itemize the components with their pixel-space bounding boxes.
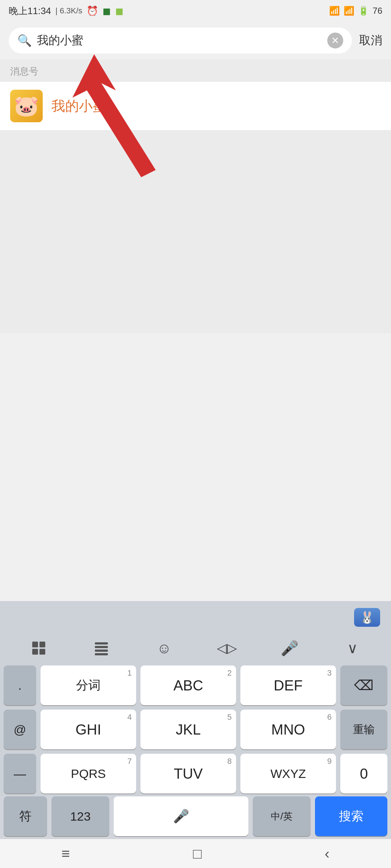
key-mno[interactable]: 6 MNO xyxy=(240,710,336,749)
key-space[interactable]: 🎤 xyxy=(114,796,248,836)
key-search[interactable]: 搜索 xyxy=(315,796,387,836)
left-special-col: . @ — xyxy=(4,665,36,793)
key-lang[interactable]: 中/英 xyxy=(253,796,311,836)
nav-menu-button[interactable]: ≡ xyxy=(62,846,70,862)
switch-cursor-btn[interactable]: ◁▷ xyxy=(213,637,241,659)
nav-home-button[interactable]: □ xyxy=(193,846,202,862)
app-icon-1: ◼ xyxy=(102,5,111,17)
key-fensi[interactable]: 1 分词 xyxy=(41,665,136,705)
svg-rect-7 xyxy=(95,650,108,652)
svg-rect-1 xyxy=(32,642,38,647)
battery-icon: 🔋 xyxy=(358,6,369,16)
keyboard-switch-row: ☺ ◁▷ 🎤 ∨ xyxy=(0,634,391,663)
bottom-key-row: 符 123 🎤 中/英 搜索 xyxy=(0,796,391,839)
key-def[interactable]: 3 DEF xyxy=(240,665,336,705)
svg-rect-5 xyxy=(95,642,108,644)
keyboard-keys: . @ — 1 分词 2 ABC 3 xyxy=(0,663,391,796)
nav-bar: ≡ □ ‹ xyxy=(0,839,391,868)
svg-rect-8 xyxy=(95,653,108,655)
svg-rect-2 xyxy=(39,642,45,647)
keyboard-container: 🐰 ☺ ◁▷ 🎤 xyxy=(0,601,391,839)
clear-button[interactable]: ✕ xyxy=(327,33,343,48)
app-icon-2: ◼ xyxy=(115,5,123,17)
key-wxyz[interactable]: 9 WXYZ xyxy=(240,754,336,793)
switch-collapse-btn[interactable]: ∨ xyxy=(338,637,367,659)
switch-grid-btn[interactable] xyxy=(24,637,53,659)
switch-voice-btn[interactable]: 🎤 xyxy=(275,637,304,659)
status-left: 晚上11:34 | 6.3K/s ⏰ ◼ ◼ xyxy=(9,5,123,17)
keyboard-theme-icon[interactable]: 🐰 xyxy=(354,608,380,627)
result-name: 我的小蜜 xyxy=(51,97,106,115)
key-row-1: . @ — 1 分词 2 ABC 3 xyxy=(4,665,387,793)
key-backspace[interactable]: ⌫ xyxy=(340,665,387,705)
search-bar-container: 🔍 我的小蜜 ✕ 取消 xyxy=(0,22,391,59)
empty-area xyxy=(0,131,391,333)
cancel-button[interactable]: 取消 xyxy=(359,33,382,48)
key-dot[interactable]: . xyxy=(4,665,36,705)
nav-back-button[interactable]: ‹ xyxy=(325,846,329,862)
switch-emoji-btn[interactable]: ☺ xyxy=(150,637,178,659)
wifi-icon: 📶 xyxy=(344,6,354,16)
key-ghi[interactable]: 4 GHI xyxy=(41,710,136,749)
key-dash[interactable]: — xyxy=(4,754,36,793)
key-at[interactable]: @ xyxy=(4,710,36,749)
key-jkl[interactable]: 5 JKL xyxy=(140,710,236,749)
svg-rect-4 xyxy=(39,649,45,655)
key-reenter[interactable]: 重输 xyxy=(340,710,387,749)
key-123[interactable]: 123 xyxy=(51,796,109,836)
battery-level: 76 xyxy=(373,6,382,16)
search-input-wrapper[interactable]: 🔍 我的小蜜 ✕ xyxy=(9,27,352,54)
status-time: 晚上11:34 xyxy=(9,5,51,17)
key-row-main-2: 4 GHI 5 JKL 6 MNO xyxy=(41,710,336,749)
status-speed: | 6.3K/s xyxy=(55,6,82,16)
search-input[interactable]: 我的小蜜 xyxy=(37,33,322,48)
status-bar: 晚上11:34 | 6.3K/s ⏰ ◼ ◼ 📶 📶 🔋 76 xyxy=(0,0,391,22)
status-right: 📶 📶 🔋 76 xyxy=(329,6,382,16)
svg-rect-3 xyxy=(32,649,38,655)
switch-full-btn[interactable] xyxy=(87,637,116,659)
signal-icon: 📶 xyxy=(329,6,340,16)
key-zero[interactable]: 0 xyxy=(340,754,387,793)
avatar: 🐷 xyxy=(10,90,43,122)
key-sym[interactable]: 符 xyxy=(4,796,47,836)
category-label: 消息号 xyxy=(0,59,391,81)
key-row-main-3: 7 PQRS 8 TUV 9 WXYZ xyxy=(41,754,336,793)
svg-rect-6 xyxy=(95,646,108,648)
alarm-icon: ⏰ xyxy=(87,5,98,17)
list-item[interactable]: 🐷 我的小蜜 xyxy=(0,82,391,130)
keyboard-toolbar: 🐰 xyxy=(0,601,391,634)
key-pqrs[interactable]: 7 PQRS xyxy=(41,754,136,793)
search-icon: 🔍 xyxy=(17,34,32,47)
main-key-grid: 1 分词 2 ABC 3 DEF 4 GHI xyxy=(41,665,336,793)
key-tuv[interactable]: 8 TUV xyxy=(140,754,236,793)
key-abc[interactable]: 2 ABC xyxy=(140,665,236,705)
key-row-main-1: 1 分词 2 ABC 3 DEF xyxy=(41,665,336,705)
result-list: 🐷 我的小蜜 xyxy=(0,81,391,131)
right-special-col: ⌫ 重输 0 xyxy=(340,665,387,793)
